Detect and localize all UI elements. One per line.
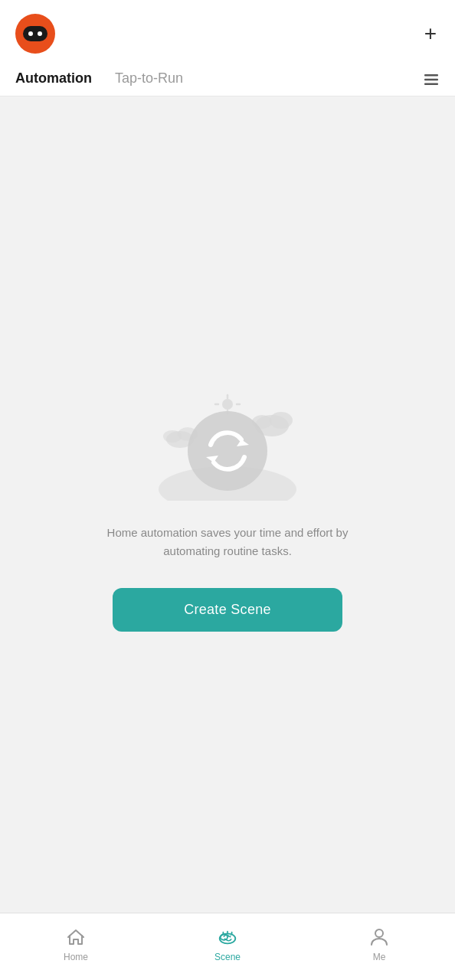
svg-point-15 — [188, 411, 267, 491]
tab-bar: Automation Tap-to-Run — [0, 61, 455, 96]
tab-automation[interactable]: Automation — [15, 70, 92, 88]
create-scene-button[interactable]: Create Scene — [113, 588, 342, 632]
svg-rect-0 — [424, 74, 438, 77]
svg-rect-2 — [424, 83, 438, 85]
empty-illustration — [151, 378, 304, 501]
scene-icon — [217, 926, 238, 948]
tab-tap-to-run[interactable]: Tap-to-Run — [115, 70, 183, 88]
app-header: + — [0, 0, 455, 61]
svg-point-8 — [163, 430, 182, 443]
svg-marker-20 — [229, 935, 231, 938]
person-icon — [368, 926, 390, 948]
nav-label-scene: Scene — [214, 952, 241, 962]
main-content: Home automation saves your time and effo… — [0, 96, 455, 913]
list-icon — [423, 71, 440, 88]
logo-face — [23, 26, 47, 41]
svg-rect-1 — [424, 78, 438, 80]
bottom-nav: Home Scene — [0, 913, 455, 980]
logo-eye-right — [38, 31, 42, 36]
nav-item-me[interactable]: Me — [349, 926, 410, 962]
svg-point-25 — [375, 929, 383, 937]
svg-point-4 — [270, 412, 293, 429]
svg-point-9 — [222, 399, 233, 410]
app-logo — [15, 14, 55, 54]
logo-eye-left — [28, 31, 33, 36]
nav-label-home: Home — [64, 952, 88, 962]
home-icon — [65, 926, 87, 948]
nav-item-home[interactable]: Home — [45, 926, 106, 962]
list-view-button[interactable] — [423, 71, 440, 88]
empty-description: Home automation saves your time and effo… — [105, 524, 350, 560]
nav-item-scene[interactable]: Scene — [197, 926, 258, 962]
add-button[interactable]: + — [421, 20, 440, 47]
empty-svg — [151, 378, 304, 501]
nav-label-me: Me — [373, 952, 386, 962]
